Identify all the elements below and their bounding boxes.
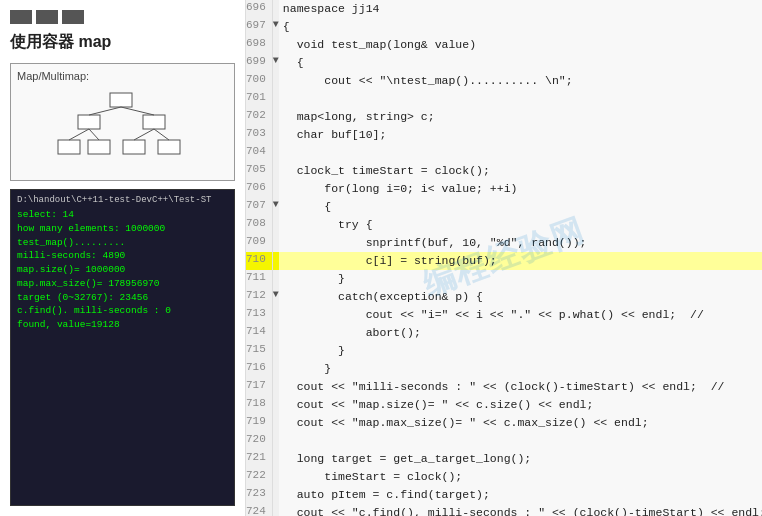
- code-line: {: [279, 18, 762, 36]
- table-row: 702 map<long, string> c;: [246, 108, 762, 126]
- table-row: 712▼ catch(exception& p) {: [246, 288, 762, 306]
- table-row: 697▼{: [246, 18, 762, 36]
- code-line: }: [279, 270, 762, 288]
- svg-rect-6: [88, 140, 110, 154]
- code-line: cout << "c.find(), milli-seconds : " << …: [279, 504, 762, 516]
- line-number: 717: [246, 378, 272, 396]
- line-number: 720: [246, 432, 272, 450]
- code-line: catch(exception& p) {: [279, 288, 762, 306]
- table-row: 713 cout << "i=" << i << "." << p.what()…: [246, 306, 762, 324]
- code-line: try {: [279, 216, 762, 234]
- terminal-line: select: 14: [17, 208, 228, 222]
- table-row: 724 cout << "c.find(), milli-seconds : "…: [246, 504, 762, 516]
- table-row: 710 c[i] = string(buf);: [246, 252, 762, 270]
- line-number: 704: [246, 144, 272, 162]
- table-row: 722 timeStart = clock();: [246, 468, 762, 486]
- table-row: 705 clock_t timeStart = clock();: [246, 162, 762, 180]
- line-number: 718: [246, 396, 272, 414]
- line-number: 713: [246, 306, 272, 324]
- line-number: 708: [246, 216, 272, 234]
- code-line: abort();: [279, 324, 762, 342]
- section-title: 使用容器 map: [10, 32, 235, 53]
- code-line: cout << "milli-seconds : " << (clock()-t…: [279, 378, 762, 396]
- code-line: char buf[10];: [279, 126, 762, 144]
- line-number: 723: [246, 486, 272, 504]
- code-line: for(long i=0; i< value; ++i): [279, 180, 762, 198]
- code-line: cout << "map.max_size()= " << c.max_size…: [279, 414, 762, 432]
- table-row: 717 cout << "milli-seconds : " << (clock…: [246, 378, 762, 396]
- code-line: cout << "i=" << i << "." << p.what() << …: [279, 306, 762, 324]
- table-row: 696namespace jj14: [246, 0, 762, 18]
- logo-bar-1: [10, 10, 32, 24]
- code-line: map<long, string> c;: [279, 108, 762, 126]
- code-line: snprintf(buf, 10, "%d", rand());: [279, 234, 762, 252]
- line-number: 706: [246, 180, 272, 198]
- code-area[interactable]: 编程经验网 696namespace jj14697▼{698 void tes…: [246, 0, 762, 516]
- terminal-line: target (0~32767): 23456: [17, 291, 228, 305]
- table-row: 715 }: [246, 342, 762, 360]
- logo-bar-2: [36, 10, 58, 24]
- table-row: 701: [246, 90, 762, 108]
- line-number: 707: [246, 198, 272, 216]
- line-number: 721: [246, 450, 272, 468]
- table-row: 716 }: [246, 360, 762, 378]
- svg-line-3: [89, 107, 121, 115]
- svg-line-11: [134, 129, 154, 140]
- code-line: }: [279, 360, 762, 378]
- svg-rect-1: [78, 115, 100, 129]
- table-row: 700 cout << "\ntest_map().......... \n";: [246, 72, 762, 90]
- table-row: 703 char buf[10];: [246, 126, 762, 144]
- line-number: 712: [246, 288, 272, 306]
- table-row: 704: [246, 144, 762, 162]
- code-line: [279, 432, 762, 450]
- table-row: 707▼ {: [246, 198, 762, 216]
- table-row: 706 for(long i=0; i< value; ++i): [246, 180, 762, 198]
- code-line: long target = get_a_target_long();: [279, 450, 762, 468]
- terminal-title: D:\handout\C++11-test-DevC++\Test-ST: [17, 195, 228, 205]
- code-line: timeStart = clock();: [279, 468, 762, 486]
- code-line: [279, 90, 762, 108]
- table-row: 720: [246, 432, 762, 450]
- line-number: 701: [246, 90, 272, 108]
- line-number: 697: [246, 18, 272, 36]
- code-line: }: [279, 342, 762, 360]
- left-panel: 使用容器 map Map/Multimap:: [0, 0, 245, 516]
- table-row: 711 }: [246, 270, 762, 288]
- code-line: cout << "map.size()= " << c.size() << en…: [279, 396, 762, 414]
- table-row: 723 auto pItem = c.find(target);: [246, 486, 762, 504]
- line-number: 709: [246, 234, 272, 252]
- svg-line-10: [89, 129, 99, 140]
- line-number: 714: [246, 324, 272, 342]
- terminal-line: milli-seconds: 4890: [17, 249, 228, 263]
- terminal-line: found, value=19128: [17, 318, 228, 332]
- right-panel: 编程经验网 696namespace jj14697▼{698 void tes…: [245, 0, 762, 516]
- terminal-line: c.find(). milli-seconds : 0: [17, 304, 228, 318]
- svg-line-4: [121, 107, 154, 115]
- tree-svg: [53, 90, 193, 170]
- line-number: 710: [246, 252, 272, 270]
- svg-rect-2: [143, 115, 165, 129]
- code-line: c[i] = string(buf);: [279, 252, 762, 270]
- line-number: 716: [246, 360, 272, 378]
- diagram-label: Map/Multimap:: [17, 70, 228, 82]
- table-row: 709 snprintf(buf, 10, "%d", rand());: [246, 234, 762, 252]
- code-line: void test_map(long& value): [279, 36, 762, 54]
- line-number: 715: [246, 342, 272, 360]
- table-row: 699▼ {: [246, 54, 762, 72]
- table-row: 719 cout << "map.max_size()= " << c.max_…: [246, 414, 762, 432]
- logo-bar-3: [62, 10, 84, 24]
- line-number: 705: [246, 162, 272, 180]
- diagram-box: Map/Multimap:: [10, 63, 235, 181]
- svg-rect-5: [58, 140, 80, 154]
- code-line: auto pItem = c.find(target);: [279, 486, 762, 504]
- table-row: 714 abort();: [246, 324, 762, 342]
- svg-rect-0: [110, 93, 132, 107]
- code-table: 696namespace jj14697▼{698 void test_map(…: [246, 0, 762, 516]
- terminal-box: D:\handout\C++11-test-DevC++\Test-ST sel…: [10, 189, 235, 506]
- terminal-line: map.size()= 1000000: [17, 263, 228, 277]
- line-number: 698: [246, 36, 272, 54]
- tree-diagram: [17, 86, 228, 174]
- code-line: {: [279, 54, 762, 72]
- logo-bars: [10, 10, 235, 24]
- terminal-line: test_map().........: [17, 236, 228, 250]
